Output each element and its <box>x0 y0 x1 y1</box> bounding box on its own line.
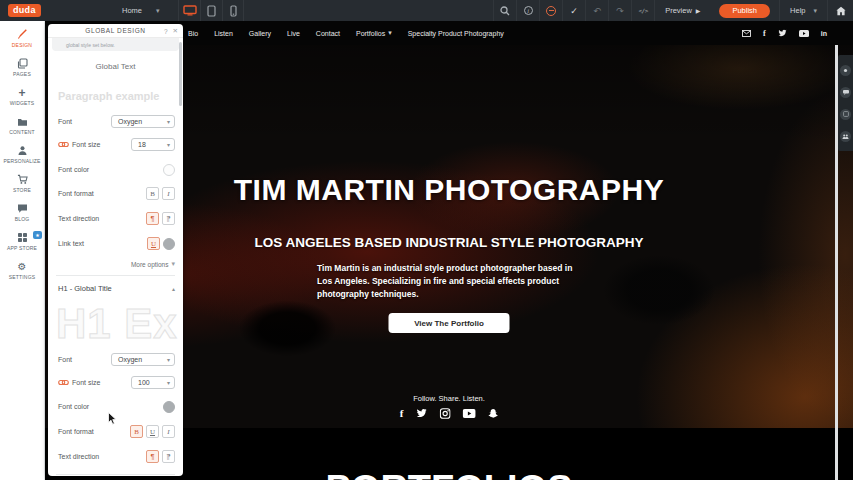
instagram-icon[interactable] <box>439 408 450 419</box>
sidebar-item-personalize[interactable]: PERSONALIZE <box>0 140 44 169</box>
nav-item-specialty[interactable]: Specialty Product Photography <box>408 30 504 37</box>
page-selector[interactable]: Home ▾ <box>122 6 160 15</box>
font-row: Font Oxygen ▾ <box>58 114 175 129</box>
font-color-swatch[interactable] <box>163 401 175 413</box>
bold-button[interactable]: B <box>146 187 159 200</box>
nav-item-contact[interactable]: Contact <box>316 30 340 37</box>
direction-rtl-button[interactable]: ¶ <box>162 450 175 463</box>
sidebar-item-store[interactable]: STORE <box>0 169 44 198</box>
team-button[interactable] <box>840 131 851 142</box>
font-value: Oxygen <box>118 356 142 363</box>
panel-scrollbar[interactable] <box>179 42 182 106</box>
direction-ltr-button[interactable]: ¶ <box>146 212 159 225</box>
sidebar-item-label: WIDGETS <box>10 100 35 106</box>
app-store-icon <box>17 232 28 243</box>
bold-button[interactable]: B <box>130 425 143 438</box>
h1-style-preview: H1 Exa <box>56 300 178 348</box>
h1-section-header[interactable]: H1 - Global Title ▴ <box>58 284 175 293</box>
desktop-icon <box>183 5 197 16</box>
paragraph-style-preview: Paragraph example <box>58 90 160 102</box>
info-button[interactable]: i <box>516 0 539 21</box>
device-switcher <box>178 0 244 21</box>
sidebar-item-content[interactable]: CONTENT <box>0 111 44 140</box>
italic-button[interactable]: I <box>162 187 175 200</box>
redo-icon: ↷ <box>616 6 624 16</box>
search-icon <box>500 6 510 16</box>
sidebar-item-settings[interactable]: ⚙ SETTINGS <box>0 256 44 285</box>
section-divider <box>56 275 175 276</box>
code-icon: </> <box>638 7 647 14</box>
undo-button[interactable]: ↶ <box>585 0 608 21</box>
facebook-icon[interactable]: f <box>400 407 404 419</box>
sidebar-item-widgets[interactable]: + WIDGETS <box>0 82 44 111</box>
linkedin-icon[interactable]: in <box>821 30 827 37</box>
direction-rtl-button[interactable]: ¶ <box>162 212 175 225</box>
sidebar-item-blog[interactable]: BLOG <box>0 198 44 227</box>
layers-button[interactable] <box>840 109 851 120</box>
youtube-icon[interactable] <box>462 409 475 418</box>
comments-button[interactable] <box>840 87 851 98</box>
tablet-view-button[interactable] <box>200 0 222 21</box>
font-size-select[interactable]: 100 ▾ <box>131 376 175 389</box>
twitter-icon[interactable] <box>415 408 427 418</box>
linked-value-icon <box>58 379 69 386</box>
facebook-icon[interactable]: f <box>763 29 766 38</box>
screenshot-button[interactable] <box>840 65 851 76</box>
font-label: Font <box>58 118 72 125</box>
tablet-icon <box>207 5 216 17</box>
italic-button[interactable]: I <box>162 425 175 438</box>
email-icon[interactable] <box>742 30 751 37</box>
pages-icon <box>17 58 28 69</box>
chevron-down-icon: ▾ <box>171 260 175 268</box>
nav-item-portfolios[interactable]: Portfolios ▾ <box>356 29 392 37</box>
linked-value-icon <box>58 141 69 148</box>
help-label: Help <box>790 6 805 15</box>
preview-label: Preview <box>665 6 692 15</box>
redo-button[interactable]: ↷ <box>608 0 631 21</box>
search-button[interactable] <box>493 0 516 21</box>
chevron-down-icon: ▾ <box>388 29 392 37</box>
font-size-select[interactable]: 18 ▾ <box>131 138 175 151</box>
direction-ltr-button[interactable]: ¶ <box>146 450 159 463</box>
help-icon[interactable]: ? <box>164 28 168 35</box>
status-button[interactable] <box>539 0 562 21</box>
nav-item-live[interactable]: Live <box>287 30 300 37</box>
font-color-swatch[interactable] <box>163 164 175 176</box>
mobile-view-button[interactable] <box>222 0 244 21</box>
help-menu[interactable]: Help ▾ <box>779 0 827 21</box>
nav-item-bio[interactable]: Bio <box>188 30 198 37</box>
nav-item-gallery[interactable]: Gallery <box>249 30 271 37</box>
sidebar-item-design[interactable]: DESIGN <box>0 24 44 53</box>
twitter-icon[interactable] <box>778 29 787 37</box>
underline-button[interactable]: U <box>146 425 159 438</box>
chevron-down-icon: ▾ <box>156 7 160 15</box>
preview-button[interactable]: Preview ▶ <box>654 0 710 21</box>
link-underline-button[interactable]: U <box>147 237 160 250</box>
desktop-view-button[interactable] <box>178 0 200 21</box>
snapchat-icon[interactable] <box>487 408 498 419</box>
info-icon: i <box>524 6 533 15</box>
nav-item-listen[interactable]: Listen <box>214 30 233 37</box>
sidebar-item-pages[interactable]: PAGES <box>0 53 44 82</box>
dev-mode-button[interactable]: </> <box>631 0 654 21</box>
gear-icon: ⚙ <box>17 261 28 272</box>
duda-logo[interactable]: duda <box>8 4 41 17</box>
global-design-panel: GLOBAL DESIGN ? ✕ global style set below… <box>48 24 183 476</box>
font-select[interactable]: Oxygen ▾ <box>111 115 175 128</box>
close-icon[interactable]: ✕ <box>173 27 178 35</box>
font-select[interactable]: Oxygen ▾ <box>111 353 175 366</box>
panel-title: GLOBAL DESIGN <box>85 27 145 34</box>
dashboard-home-button[interactable] <box>827 0 853 21</box>
more-options-link[interactable]: More options ▾ <box>131 260 175 268</box>
save-check-button[interactable]: ✓ <box>562 0 585 21</box>
font-format-label: Font format <box>58 190 94 197</box>
view-portfolio-button[interactable]: View The Portfolio <box>389 313 510 333</box>
undo-icon: ↶ <box>593 6 601 16</box>
sidebar-item-app-store[interactable]: APP STORE ★ <box>0 227 44 256</box>
font-label: Font <box>58 356 72 363</box>
youtube-icon[interactable] <box>799 30 809 37</box>
publish-button[interactable]: Publish <box>719 4 770 18</box>
font-size-value: 18 <box>138 141 146 148</box>
font-size-label: Font size <box>72 379 100 386</box>
link-color-swatch[interactable] <box>163 238 175 250</box>
